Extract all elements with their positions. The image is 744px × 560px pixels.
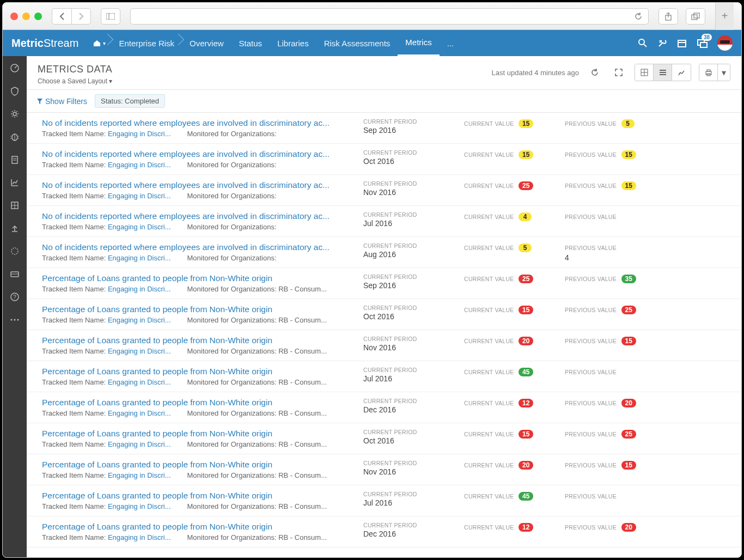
tracked-item-link[interactable]: Engaging in Discri... <box>108 223 171 231</box>
tracked-item-link[interactable]: Engaging in Discri... <box>108 440 171 448</box>
gear-icon[interactable] <box>9 108 20 119</box>
tracked-item-link[interactable]: Engaging in Discri... <box>108 471 171 479</box>
tracked-item-link[interactable]: Engaging in Discri... <box>108 502 171 510</box>
metric-row: Percentage of Loans granted to people fr… <box>27 392 741 423</box>
svg-point-13 <box>13 112 16 115</box>
crumb-overview[interactable]: Overview <box>182 30 231 56</box>
window-close-icon[interactable] <box>10 13 18 20</box>
user-avatar[interactable] <box>717 35 733 51</box>
metric-title-link[interactable]: No of incidents reported where employees… <box>42 242 352 252</box>
tracked-item: Tracked Item Name: Engaging in Discri... <box>42 502 171 510</box>
upload-icon[interactable] <box>9 223 20 234</box>
metric-title-link[interactable]: Percentage of Loans granted to people fr… <box>42 491 352 501</box>
new-tab-button[interactable]: + <box>715 3 734 30</box>
chart-icon[interactable] <box>9 177 20 188</box>
calendar-icon[interactable] <box>677 38 687 48</box>
metric-title-link[interactable]: Percentage of Loans granted to people fr… <box>42 398 352 407</box>
gauge-icon[interactable] <box>9 63 20 74</box>
card-icon[interactable] <box>9 269 20 279</box>
tracked-item: Tracked Item Name: Engaging in Discri... <box>42 533 171 541</box>
show-filters-button[interactable]: Show Filters <box>36 97 87 106</box>
tracked-item-link[interactable]: Engaging in Discri... <box>108 533 171 541</box>
search-icon[interactable] <box>638 38 648 48</box>
reload-icon[interactable] <box>634 12 643 21</box>
forward-button[interactable] <box>71 8 91 25</box>
sidebar-toggle-button[interactable] <box>101 8 120 25</box>
metric-title-link[interactable]: Percentage of Loans granted to people fr… <box>42 336 352 345</box>
crumb-metrics[interactable]: Metrics <box>398 30 439 56</box>
period-label: CURRENT PERIOD <box>363 460 464 466</box>
metric-title-link[interactable]: Percentage of Loans granted to people fr… <box>42 305 352 314</box>
tracked-item-link[interactable]: Engaging in Discri... <box>108 285 171 293</box>
last-updated-text: Last updated 4 minutes ago <box>492 69 579 77</box>
period-label: CURRENT PERIOD <box>363 429 464 435</box>
share-button[interactable] <box>658 8 678 25</box>
metric-title-link[interactable]: No of incidents reported where employees… <box>42 180 352 190</box>
tracked-item-link[interactable]: Engaging in Discri... <box>108 409 171 417</box>
current-value-pill: 45 <box>519 492 533 501</box>
back-button[interactable] <box>52 8 71 25</box>
previous-value-pill: 5 <box>621 119 635 128</box>
metric-title-link[interactable]: Percentage of Loans granted to people fr… <box>42 273 352 283</box>
previous-value: 4 <box>565 253 731 262</box>
app-topbar: MetricStream ▾ Enterprise Risk Overview … <box>3 30 741 56</box>
tracked-item-link[interactable]: Engaging in Discri... <box>108 316 171 324</box>
crumb-risk-assessments[interactable]: Risk Assessments <box>316 30 398 56</box>
clipboard-icon[interactable] <box>9 154 20 165</box>
period-label: CURRENT PERIOD <box>363 180 464 187</box>
tracked-item-link[interactable]: Engaging in Discri... <box>108 254 171 262</box>
metric-title-link[interactable]: Percentage of Loans granted to people fr… <box>42 367 352 376</box>
period-label: CURRENT PERIOD <box>363 305 464 311</box>
metric-title-link[interactable]: Percentage of Loans granted to people fr… <box>42 522 352 532</box>
home-crumb[interactable]: ▾ <box>89 30 111 56</box>
refresh-button[interactable] <box>587 64 603 81</box>
crumb-enterprise-risk[interactable]: Enterprise Risk <box>111 30 182 56</box>
tabs-button[interactable] <box>686 8 705 25</box>
tracked-item: Tracked Item Name: Engaging in Discri... <box>42 161 171 169</box>
more-icon[interactable] <box>9 314 20 325</box>
saved-layout-dropdown[interactable]: Choose a Saved Layout ▾ <box>38 77 112 85</box>
metric-title-link[interactable]: Percentage of Loans granted to people fr… <box>42 429 352 439</box>
tracked-item-link[interactable]: Engaging in Discri... <box>108 347 171 355</box>
crumb-libraries[interactable]: Libraries <box>270 30 316 56</box>
tools-icon[interactable] <box>657 38 667 48</box>
metric-title-link[interactable]: Percentage of Loans granted to people fr… <box>42 460 352 470</box>
period-label: CURRENT PERIOD <box>363 336 464 342</box>
tracked-item-link[interactable]: Engaging in Discri... <box>108 192 171 200</box>
current-value-pill: 20 <box>519 337 533 345</box>
tracked-item-link[interactable]: Engaging in Discri... <box>108 161 171 169</box>
window-maximize-icon[interactable] <box>34 13 42 20</box>
metric-title-link[interactable]: No of incidents reported where employees… <box>42 211 352 221</box>
metric-title-link[interactable]: No of incidents reported where employees… <box>42 118 352 128</box>
grid-icon[interactable] <box>9 200 20 211</box>
period-value: Sep 2016 <box>363 126 464 135</box>
crumb-more[interactable]: ... <box>440 30 462 56</box>
period-value: Oct 2016 <box>363 436 464 445</box>
metric-title-link[interactable]: No of incidents reported where employees… <box>42 149 352 159</box>
address-bar[interactable] <box>130 8 649 25</box>
previous-value-pill: 15 <box>621 150 636 159</box>
view-grid-button[interactable] <box>635 64 654 81</box>
view-chart-button[interactable] <box>672 64 691 81</box>
bug-icon[interactable] <box>9 131 20 142</box>
app-logo[interactable]: MetricStream <box>11 37 78 50</box>
period-value: Jul 2016 <box>363 498 464 507</box>
tracked-item-link[interactable]: Engaging in Discri... <box>108 130 171 138</box>
period-value: Nov 2016 <box>363 343 464 352</box>
help-icon[interactable]: ? <box>9 291 20 302</box>
monitored-org: Monitored for Organizations: RB - Consum… <box>187 502 327 510</box>
filter-chip-status[interactable]: Status: Completed <box>95 94 165 108</box>
shield-icon[interactable] <box>9 86 20 96</box>
print-dropdown[interactable]: ▾ <box>718 64 730 81</box>
tracked-item-link[interactable]: Engaging in Discri... <box>108 378 171 386</box>
target-icon[interactable] <box>9 246 20 257</box>
window-minimize-icon[interactable] <box>22 13 30 20</box>
view-list-button[interactable] <box>654 64 672 81</box>
current-value-pill: 20 <box>519 461 533 470</box>
previous-label: PREVIOUS VALUE <box>565 182 617 189</box>
crumb-status[interactable]: Status <box>231 30 270 56</box>
previous-label: PREVIOUS VALUE <box>565 245 617 251</box>
expand-button[interactable] <box>611 64 627 81</box>
print-button[interactable] <box>699 64 718 81</box>
notifications-icon[interactable]: 38 <box>697 38 708 48</box>
